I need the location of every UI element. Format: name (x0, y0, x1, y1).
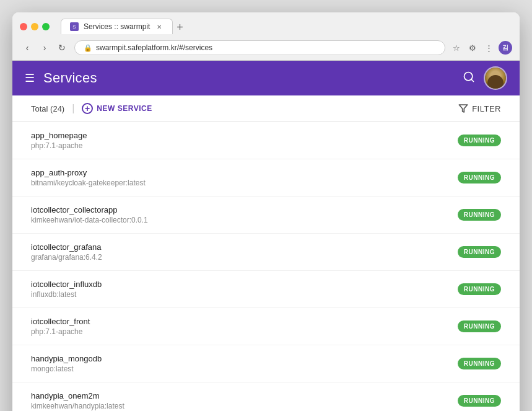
status-badge: RUNNING (458, 320, 501, 332)
browser-titlebar: S Services :: swarmpit ✕ + (12, 12, 520, 38)
service-info: handypia_onem2m kimkeehwan/handypia:late… (31, 391, 124, 410)
tab-title: Services :: swarmpit (84, 22, 150, 31)
forward-button[interactable]: › (37, 40, 52, 55)
menu-icon[interactable]: ⋮ (482, 42, 495, 54)
service-info: app_auth-proxy bitnami/keycloak-gatekeep… (31, 168, 146, 187)
avatar-image (485, 68, 506, 89)
header-right (463, 66, 507, 90)
service-info: handypia_mongodb mongo:latest (31, 354, 102, 373)
status-badge: RUNNING (458, 283, 501, 295)
traffic-lights (20, 23, 50, 30)
service-image: php:7.1-apache (31, 327, 90, 336)
total-count: Total (24) (31, 104, 64, 113)
browser-profile-icon[interactable]: 김 (499, 41, 512, 55)
service-image: kimkeehwan/iot-data-collector:0.0.1 (31, 216, 148, 224)
user-avatar[interactable] (484, 66, 507, 90)
browser-chrome: S Services :: swarmpit ✕ + ‹ › ↻ 🔒 swarm… (12, 12, 520, 61)
service-item[interactable]: iotcollector_front php:7.1-apache RUNNIN… (12, 308, 520, 345)
service-info: app_homepage php:7.1-apache (31, 131, 87, 150)
bookmark-icon[interactable]: ☆ (450, 42, 463, 54)
service-name: app_auth-proxy (31, 168, 146, 177)
service-image: mongo:latest (31, 365, 102, 373)
app-header: ☰ Services (12, 61, 520, 95)
service-image: bitnami/keycloak-gatekeeper:latest (31, 179, 146, 187)
status-badge: RUNNING (458, 358, 501, 369)
service-item[interactable]: app_homepage php:7.1-apache RUNNING (12, 122, 520, 159)
tab-favicon: S (70, 22, 79, 31)
maximize-button[interactable] (42, 23, 50, 30)
new-service-button[interactable]: + NEW SERVICE (82, 103, 152, 114)
service-item[interactable]: handypia_onem2m kimkeehwan/handypia:late… (12, 382, 520, 411)
browser-toolbar-icons: ☆ ⚙ ⋮ 김 (450, 41, 512, 55)
service-image: kimkeehwan/handypia:latest (31, 402, 124, 410)
hamburger-menu-icon[interactable]: ☰ (25, 71, 35, 85)
avatar-silhouette (487, 75, 504, 89)
service-list: app_homepage php:7.1-apache RUNNING app_… (12, 122, 520, 411)
tab-close-button[interactable]: ✕ (155, 22, 164, 31)
browser-tabs: S Services :: swarmpit ✕ + (61, 19, 512, 34)
service-name: iotcollector_collectorapp (31, 205, 148, 214)
lock-icon: 🔒 (84, 44, 92, 52)
service-item[interactable]: app_auth-proxy bitnami/keycloak-gatekeep… (12, 159, 520, 197)
service-name: handypia_onem2m (31, 391, 124, 400)
status-badge: RUNNING (458, 246, 501, 258)
filter-button[interactable]: FILTER (458, 104, 501, 113)
service-name: iotcollector_influxdb (31, 280, 102, 289)
minimize-button[interactable] (31, 23, 38, 30)
extensions-icon[interactable]: ⚙ (466, 42, 479, 54)
address-text: swarmpit.safeplatform.kr/#/services (96, 43, 212, 52)
status-badge: RUNNING (458, 172, 501, 183)
service-name: app_homepage (31, 131, 87, 140)
status-badge: RUNNING (458, 135, 501, 146)
service-info: iotcollector_front php:7.1-apache (31, 317, 90, 336)
service-name: iotcollector_grafana (31, 242, 102, 252)
service-item[interactable]: handypia_mongodb mongo:latest RUNNING (12, 345, 520, 382)
address-bar[interactable]: 🔒 swarmpit.safeplatform.kr/#/services (74, 40, 445, 55)
back-button[interactable]: ‹ (20, 40, 35, 55)
browser-window: S Services :: swarmpit ✕ + ‹ › ↻ 🔒 swarm… (12, 12, 520, 411)
active-tab[interactable]: S Services :: swarmpit ✕ (61, 19, 173, 34)
svg-line-1 (471, 79, 474, 81)
service-info: iotcollector_grafana grafana/grafana:6.4… (31, 242, 102, 262)
status-badge: RUNNING (458, 209, 501, 221)
service-image: grafana/grafana:6.4.2 (31, 253, 102, 262)
new-tab-button[interactable]: + (173, 21, 187, 34)
filter-label: FILTER (472, 104, 501, 113)
filter-icon (458, 104, 468, 113)
service-item[interactable]: iotcollector_influxdb influxdb:latest RU… (12, 271, 520, 308)
svg-marker-2 (460, 105, 468, 112)
status-badge: RUNNING (458, 395, 501, 407)
service-image: influxdb:latest (31, 290, 102, 299)
browser-addressbar: ‹ › ↻ 🔒 swarmpit.safeplatform.kr/#/servi… (12, 38, 520, 60)
service-info: iotcollector_influxdb influxdb:latest (31, 280, 102, 299)
service-name: iotcollector_front (31, 317, 90, 326)
new-service-label: NEW SERVICE (97, 104, 152, 113)
header-left: ☰ Services (25, 70, 97, 86)
service-image: php:7.1-apache (31, 141, 87, 150)
search-icon[interactable] (463, 71, 475, 86)
close-button[interactable] (20, 23, 27, 30)
nav-buttons: ‹ › ↻ (20, 40, 69, 55)
service-info: iotcollector_collectorapp kimkeehwan/iot… (31, 205, 148, 224)
reload-button[interactable]: ↻ (55, 40, 69, 55)
toolbar-separator: | (72, 103, 74, 114)
service-item[interactable]: iotcollector_grafana grafana/grafana:6.4… (12, 234, 520, 271)
services-toolbar: Total (24) | + NEW SERVICE FILTER (12, 95, 520, 122)
app-container: ☰ Services Total (24) | (12, 61, 520, 411)
service-item[interactable]: iotcollector_collectorapp kimkeehwan/iot… (12, 197, 520, 234)
plus-circle-icon: + (82, 103, 93, 114)
service-name: handypia_mongodb (31, 354, 102, 363)
page-title: Services (43, 70, 97, 86)
